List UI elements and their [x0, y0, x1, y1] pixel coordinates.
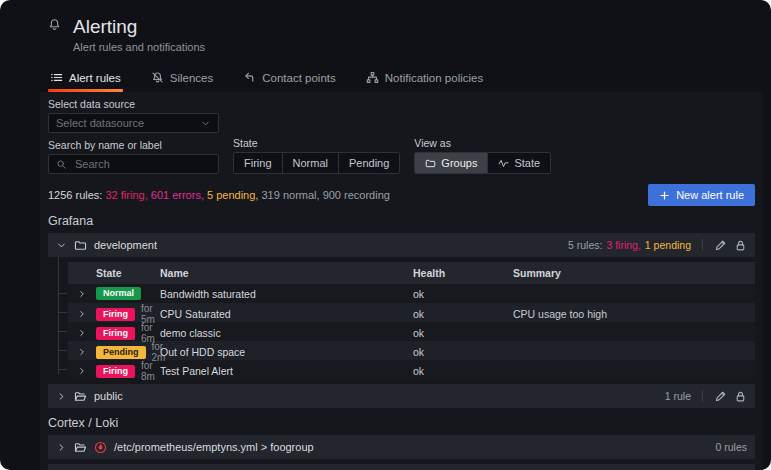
rule-name: demo classic — [160, 327, 413, 339]
folder-icon — [425, 158, 436, 169]
tab-label: Notification policies — [385, 72, 483, 84]
col-health: Health — [413, 267, 513, 279]
state-firing-button[interactable]: Firing — [234, 153, 283, 173]
table-row[interactable]: Normal Bandwidth saturated ok — [68, 284, 755, 303]
view-as-label: View as — [414, 137, 551, 149]
stat-errors: 601 errors, — [151, 189, 204, 201]
tab-label: Contact points — [262, 72, 336, 84]
chevron-right-icon[interactable] — [77, 328, 87, 338]
col-name: Name — [160, 267, 413, 279]
lock-icon — [734, 239, 747, 252]
view-as-filter: View as Groups State — [414, 137, 551, 174]
status-badge: Pending — [96, 346, 146, 359]
table-row[interactable]: Firingfor 6m demo classic ok — [68, 322, 755, 341]
table-header: State Name Health Summary — [68, 262, 755, 284]
chevron-down-icon — [200, 118, 211, 129]
cortex-group-mygroup[interactable]: /etc/prometheus/emptyns.yml > mygroup 2 … — [48, 464, 755, 470]
alert-rules-panel: Select data source Select datasource Sea… — [40, 92, 763, 470]
col-summary: Summary — [513, 267, 755, 279]
prometheus-icon — [94, 441, 107, 454]
chevron-right-icon[interactable] — [77, 347, 87, 357]
chevron-right-icon[interactable] — [77, 289, 87, 299]
chevron-right-icon[interactable] — [77, 309, 87, 319]
sitemap-icon — [366, 71, 379, 84]
state-filter: State Firing Normal Pending — [233, 137, 400, 174]
group-rule-stats: 5 rules: 3 firing, 1 pending — [568, 239, 691, 251]
status-badge: Firing — [96, 327, 135, 340]
rule-name: Out of HDD space — [160, 346, 413, 358]
view-as-group: Groups State — [414, 152, 551, 174]
state-filter-label: State — [233, 137, 400, 149]
alert-rules-table: State Name Health Summary Normal Bandwid… — [68, 262, 755, 379]
chevron-right-icon[interactable] — [77, 366, 87, 376]
tab-alert-rules[interactable]: Alert rules — [48, 67, 123, 92]
tab-label: Alert rules — [69, 72, 121, 84]
folder-name: development — [94, 239, 157, 251]
divider — [702, 239, 703, 251]
table-row[interactable]: Firingfor 5m CPU Saturated ok CPU usage … — [68, 303, 755, 322]
list-icon — [50, 71, 63, 84]
bell-slash-icon — [151, 71, 164, 84]
stat-firing: 32 firing, — [106, 189, 148, 201]
rules-stats: 1256 rules: 32 firing, 601 errors, 5 pen… — [48, 189, 390, 201]
folder-icon — [74, 239, 87, 252]
search-icon — [56, 159, 67, 170]
folder-name: public — [94, 390, 123, 402]
datasource-label: Select data source — [48, 98, 755, 110]
search-box — [48, 154, 219, 174]
chevron-right-icon[interactable] — [56, 391, 67, 402]
tab-silences[interactable]: Silences — [149, 67, 215, 92]
section-grafana: Grafana — [48, 214, 755, 228]
chevron-right-icon[interactable] — [56, 442, 67, 453]
folder-open-icon — [74, 441, 87, 454]
divider — [702, 390, 703, 402]
alerting-bell-icon — [48, 18, 61, 31]
col-state: State — [96, 267, 160, 279]
waveform-icon — [498, 158, 509, 169]
indent-guide — [58, 257, 59, 374]
datasource-select[interactable]: Select datasource — [48, 113, 219, 133]
cortex-group-foogroup[interactable]: /etc/prometheus/emptyns.yml > foogroup 0… — [48, 435, 755, 459]
edit-icon[interactable] — [714, 390, 727, 403]
stat-rest: 319 normal, 900 recording — [261, 189, 389, 201]
corner-arrow-icon — [243, 71, 256, 84]
lock-icon — [734, 390, 747, 403]
chevron-down-icon[interactable] — [56, 240, 67, 251]
page-header: Alerting Alert rules and notifications — [0, 0, 771, 53]
group-rule-stats: 1 rule — [665, 390, 691, 402]
tab-label: Silences — [170, 72, 213, 84]
alerting-page: Alerting Alert rules and notifications A… — [0, 0, 771, 470]
rule-name: Bandwidth saturated — [160, 288, 413, 300]
section-cortex-loki: Cortex / Loki — [48, 416, 755, 430]
stat-pending: 5 pending, — [207, 189, 258, 201]
state-filter-group: Firing Normal Pending — [233, 152, 400, 174]
datasource-placeholder: Select datasource — [56, 117, 144, 129]
table-row[interactable]: Pendingfor 2m Out of HDD space ok — [68, 341, 755, 360]
group-name: /etc/prometheus/emptyns.yml > foogroup — [114, 441, 314, 453]
edit-icon[interactable] — [714, 239, 727, 252]
group-rule-stats: 0 rules — [715, 441, 747, 453]
view-groups-button[interactable]: Groups — [415, 153, 488, 173]
datasource-filter: Select data source Select datasource — [48, 98, 755, 133]
new-alert-rule-button[interactable]: New alert rule — [648, 184, 755, 206]
search-label: Search by name or label — [48, 139, 219, 151]
table-row[interactable]: Firingfor 8m Test Panel Alert ok — [68, 360, 755, 379]
page-title: Alerting — [73, 16, 205, 38]
folder-group-public[interactable]: public 1 rule — [48, 384, 755, 408]
tab-notification-policies[interactable]: Notification policies — [364, 67, 485, 92]
state-pending-button[interactable]: Pending — [339, 153, 399, 173]
folder-open-icon — [74, 390, 87, 403]
rule-name: CPU Saturated — [160, 308, 413, 320]
folder-group-development[interactable]: development 5 rules: 3 firing, 1 pending — [48, 233, 755, 257]
tab-contact-points[interactable]: Contact points — [241, 67, 338, 92]
view-state-button[interactable]: State — [488, 153, 550, 173]
tab-bar: Alert rules Silences Contact points Noti… — [48, 67, 771, 92]
status-badge: Normal — [96, 287, 141, 300]
search-input[interactable] — [73, 157, 211, 171]
page-subtitle: Alert rules and notifications — [73, 41, 205, 53]
rule-name: Test Panel Alert — [160, 365, 413, 377]
status-badge: Firing — [96, 365, 135, 378]
search-filter: Search by name or label — [48, 139, 219, 174]
status-badge: Firing — [96, 308, 135, 321]
state-normal-button[interactable]: Normal — [283, 153, 339, 173]
